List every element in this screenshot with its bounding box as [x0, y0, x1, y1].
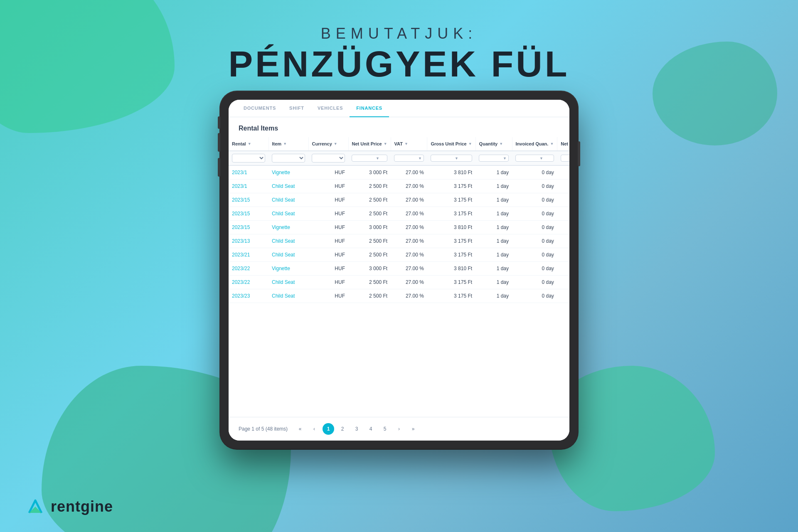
filter-vat[interactable]: ▼: [391, 151, 427, 165]
col-net-unit-price[interactable]: Net Unit Price ▼: [348, 137, 391, 151]
table-container[interactable]: Rental ▼ Item ▼: [229, 137, 569, 417]
gross-unit-price-filter-input[interactable]: [433, 156, 453, 160]
invoiced-quantity-filter-btn[interactable]: ▼: [539, 156, 543, 160]
cell-item-row-2[interactable]: Child Seat: [268, 193, 308, 207]
cell-net_unit_price-row-7: 3 000 Ft: [348, 262, 391, 276]
page-first-button[interactable]: «: [294, 423, 306, 435]
volume-down-button[interactable]: [218, 158, 220, 177]
cell-rental-row-9[interactable]: 2023/23: [229, 289, 268, 303]
page-3-button[interactable]: 3: [351, 423, 362, 435]
col-quantity[interactable]: Quantity ▼: [475, 137, 512, 151]
page-2-button[interactable]: 2: [337, 423, 348, 435]
page-info: Page 1 of 5 (48 items): [239, 426, 288, 432]
col-gross-unit-price[interactable]: Gross Unit Price ▼: [427, 137, 475, 151]
app-content: DOCUMENTS SHIFT VEHICLES FINANCES Rental…: [229, 100, 569, 441]
cell-rental-row-2[interactable]: 2023/15: [229, 193, 268, 207]
gross-unit-price-filter-icon[interactable]: ▼: [468, 142, 472, 146]
col-vat[interactable]: VAT ▼: [391, 137, 427, 151]
quantity-filter-btn[interactable]: ▼: [503, 156, 507, 160]
vat-filter-btn[interactable]: ▼: [418, 156, 422, 160]
cell-net_price-row-7: 3 000 Ft: [557, 262, 569, 276]
col-invoiced-quantity[interactable]: Invoiced Quan. ▼: [512, 137, 557, 151]
cell-quantity-row-1: 1 day: [475, 180, 512, 193]
col-item[interactable]: Item ▼: [268, 137, 308, 151]
vat-filter-icon[interactable]: ▼: [404, 142, 408, 146]
invoiced-quantity-filter-input[interactable]: [517, 156, 538, 160]
cell-item-row-3[interactable]: Child Seat: [268, 207, 308, 221]
net-unit-price-filter-btn[interactable]: ▼: [376, 156, 379, 160]
table-row: 2023/23Child SeatHUF2 500 Ft27.00 %3 175…: [229, 289, 569, 303]
cell-item-row-4[interactable]: Vignette: [268, 221, 308, 234]
filter-gross-unit-price[interactable]: ▼: [427, 151, 475, 165]
filter-item[interactable]: [268, 151, 308, 165]
page-1-button[interactable]: 1: [323, 423, 334, 435]
cell-rental-row-0[interactable]: 2023/1: [229, 165, 268, 180]
rental-filter-icon[interactable]: ▼: [248, 142, 251, 146]
vat-filter-input[interactable]: [396, 156, 417, 160]
cell-rental-row-1[interactable]: 2023/1: [229, 180, 268, 193]
col-rental[interactable]: Rental ▼: [229, 137, 268, 151]
page-last-button[interactable]: »: [407, 423, 419, 435]
cell-item-row-5[interactable]: Child Seat: [268, 234, 308, 248]
cell-item-row-0[interactable]: Vignette: [268, 165, 308, 180]
gross-unit-price-filter-btn[interactable]: ▼: [455, 156, 458, 160]
tablet-screen: DOCUMENTS SHIFT VEHICLES FINANCES Rental…: [229, 100, 569, 441]
page-prev-button[interactable]: ‹: [308, 423, 320, 435]
col-currency[interactable]: Currency ▼: [308, 137, 348, 151]
cell-vat-row-6: 27.00 %: [391, 248, 427, 262]
mute-button[interactable]: [218, 116, 220, 129]
filter-currency[interactable]: [308, 151, 348, 165]
cell-rental-row-7[interactable]: 2023/22: [229, 262, 268, 276]
page-4-button[interactable]: 4: [365, 423, 377, 435]
filter-net-price[interactable]: ▼: [557, 151, 569, 165]
col-net-price[interactable]: Net Price ▼: [557, 137, 569, 151]
cell-invoiced_quantity-row-8: 0 day: [512, 276, 557, 289]
item-filter-select[interactable]: [272, 154, 305, 163]
table-row: 2023/22Child SeatHUF2 500 Ft27.00 %3 175…: [229, 276, 569, 289]
cell-quantity-row-8: 1 day: [475, 276, 512, 289]
cell-invoiced_quantity-row-2: 0 day: [512, 193, 557, 207]
cell-rental-row-8[interactable]: 2023/22: [229, 276, 268, 289]
logo: rentgine: [25, 498, 113, 515]
invoiced-quantity-filter-icon[interactable]: ▼: [550, 142, 554, 146]
cell-quantity-row-7: 1 day: [475, 262, 512, 276]
tab-documents[interactable]: DOCUMENTS: [237, 100, 283, 117]
cell-rental-row-5[interactable]: 2023/13: [229, 234, 268, 248]
net-price-filter-input[interactable]: [563, 156, 569, 160]
filter-net-unit-price[interactable]: ▼: [348, 151, 391, 165]
cell-rental-row-3[interactable]: 2023/15: [229, 207, 268, 221]
cell-item-row-1[interactable]: Child Seat: [268, 180, 308, 193]
filter-quantity[interactable]: ▼: [475, 151, 512, 165]
volume-up-button[interactable]: [218, 133, 220, 152]
cell-net_unit_price-row-0: 3 000 Ft: [348, 165, 391, 180]
quantity-filter-input[interactable]: [481, 156, 502, 160]
filter-rental[interactable]: [229, 151, 268, 165]
cell-item-row-6[interactable]: Child Seat: [268, 248, 308, 262]
tab-shift[interactable]: SHIFT: [283, 100, 311, 117]
cell-item-row-8[interactable]: Child Seat: [268, 276, 308, 289]
cell-net_unit_price-row-4: 3 000 Ft: [348, 221, 391, 234]
table-row: 2023/15Child SeatHUF2 500 Ft27.00 %3 175…: [229, 193, 569, 207]
item-filter-icon[interactable]: ▼: [283, 142, 287, 146]
cell-rental-row-6[interactable]: 2023/21: [229, 248, 268, 262]
cell-rental-row-4[interactable]: 2023/15: [229, 221, 268, 234]
table-row: 2023/1VignetteHUF3 000 Ft27.00 %3 810 Ft…: [229, 165, 569, 180]
cell-currency-row-1: HUF: [308, 180, 348, 193]
page-next-button[interactable]: ›: [393, 423, 405, 435]
cell-item-row-7[interactable]: Vignette: [268, 262, 308, 276]
quantity-filter-icon[interactable]: ▼: [499, 142, 503, 146]
currency-filter-icon[interactable]: ▼: [334, 142, 337, 146]
cell-vat-row-1: 27.00 %: [391, 180, 427, 193]
net-unit-price-filter-icon[interactable]: ▼: [384, 142, 387, 146]
cell-quantity-row-6: 1 day: [475, 248, 512, 262]
power-button[interactable]: [578, 141, 580, 166]
net-unit-price-filter-input[interactable]: [354, 156, 374, 160]
tab-vehicles[interactable]: VEHICLES: [311, 100, 350, 117]
currency-filter-select[interactable]: [312, 154, 345, 163]
filter-invoiced-quantity[interactable]: ▼: [512, 151, 557, 165]
tab-finances[interactable]: FINANCES: [350, 100, 389, 117]
cell-item-row-9[interactable]: Child Seat: [268, 289, 308, 303]
rental-filter-select[interactable]: [232, 154, 265, 163]
page-5-button[interactable]: 5: [379, 423, 391, 435]
cell-currency-row-3: HUF: [308, 207, 348, 221]
